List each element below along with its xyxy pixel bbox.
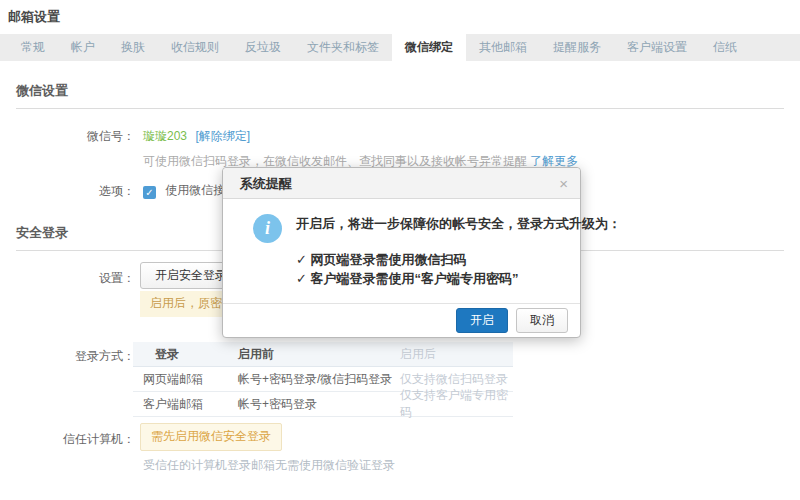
login-table-header-after: 启用后: [400, 346, 513, 363]
wechat-description-text: 可使用微信扫码登录，在微信收发邮件、查找同事以及接收帐号异常提醒: [143, 154, 527, 168]
tab-folders-labels[interactable]: 文件夹和标签: [294, 34, 392, 61]
settings-tabbar: 常规 帐户 换肤 收信规则 反垃圾 文件夹和标签 微信绑定 其他邮箱 提醒服务 …: [0, 34, 800, 61]
wechat-account-name: 璇璇203: [143, 129, 187, 143]
login-table-cell: 客户端邮箱: [133, 396, 238, 413]
login-table-header-row: 登录 启用前 启用后: [133, 342, 513, 367]
login-methods-table: 登录 启用前 启用后 网页端邮箱 帐号+密码登录/微信扫码登录 仅支持微信扫码登…: [133, 342, 513, 417]
login-table-header-login: 登录: [133, 346, 238, 363]
dialog-header: 系统提醒 ×: [223, 168, 580, 199]
wechat-account-row: 璇璇203 [解除绑定]: [143, 128, 250, 145]
login-table-header-before: 启用前: [238, 346, 400, 363]
page-title: 邮箱设置: [8, 8, 60, 26]
learn-more-link[interactable]: 了解更多: [530, 154, 578, 168]
info-icon: i: [253, 214, 282, 243]
tab-antispam[interactable]: 反垃圾: [232, 34, 294, 61]
dialog-body: i 开启后，将进一步保障你的帐号安全，登录方式升级为： ✓ 网页端登录需使用微信…: [223, 199, 580, 303]
dialog-list-item: ✓ 网页端登录需使用微信扫码: [296, 251, 467, 269]
system-reminder-dialog: 系统提醒 × i 开启后，将进一步保障你的帐号安全，登录方式升级为： ✓ 网页端…: [222, 167, 581, 338]
login-methods-label: 登录方式：: [0, 348, 135, 365]
login-table-cell: 帐号+密码登录: [238, 396, 400, 413]
close-icon[interactable]: ×: [559, 168, 568, 199]
dialog-list-item: ✓ 客户端登录需使用“客户端专用密码”: [296, 270, 519, 288]
trusted-computer-note: 受信任的计算机登录邮箱无需使用微信验证登录: [143, 457, 395, 474]
table-row: 客户端邮箱 帐号+密码登录 仅支持客户端专用密码: [133, 392, 513, 417]
options-label: 选项：: [0, 183, 135, 200]
tab-stationery[interactable]: 信纸: [700, 34, 750, 61]
cancel-button[interactable]: 取消: [516, 308, 568, 333]
tab-account[interactable]: 帐户: [58, 34, 108, 61]
wechat-settings-header: 微信设置: [16, 82, 784, 109]
dialog-footer: 开启 取消: [223, 303, 580, 337]
trusted-computer-badge: 需先启用微信安全登录: [140, 423, 282, 451]
dialog-message: 开启后，将进一步保障你的帐号安全，登录方式升级为：: [296, 215, 621, 233]
settings-label: 设置：: [0, 270, 135, 287]
login-table-cell: 帐号+密码登录/微信扫码登录: [238, 371, 400, 388]
wechat-account-label: 微信号：: [0, 128, 135, 145]
login-table-cell: 网页端邮箱: [133, 371, 238, 388]
trusted-computer-label: 信任计算机：: [0, 431, 135, 448]
tab-client-settings[interactable]: 客户端设置: [614, 34, 700, 61]
tab-reminder-service[interactable]: 提醒服务: [540, 34, 614, 61]
unbind-link[interactable]: [解除绑定]: [195, 129, 250, 143]
tab-mail-rules[interactable]: 收信规则: [158, 34, 232, 61]
dialog-title: 系统提醒: [240, 168, 292, 199]
login-table-cell: 仅支持微信扫码登录: [400, 371, 513, 388]
wechat-receive-checkbox[interactable]: ✓: [143, 186, 156, 199]
confirm-enable-button[interactable]: 开启: [456, 308, 508, 333]
tab-wechat-binding[interactable]: 微信绑定: [392, 34, 466, 61]
login-table-cell: 仅支持客户端专用密码: [400, 387, 513, 421]
tab-skin[interactable]: 换肤: [108, 34, 158, 61]
tab-other-mail[interactable]: 其他邮箱: [466, 34, 540, 61]
tab-general[interactable]: 常规: [8, 34, 58, 61]
